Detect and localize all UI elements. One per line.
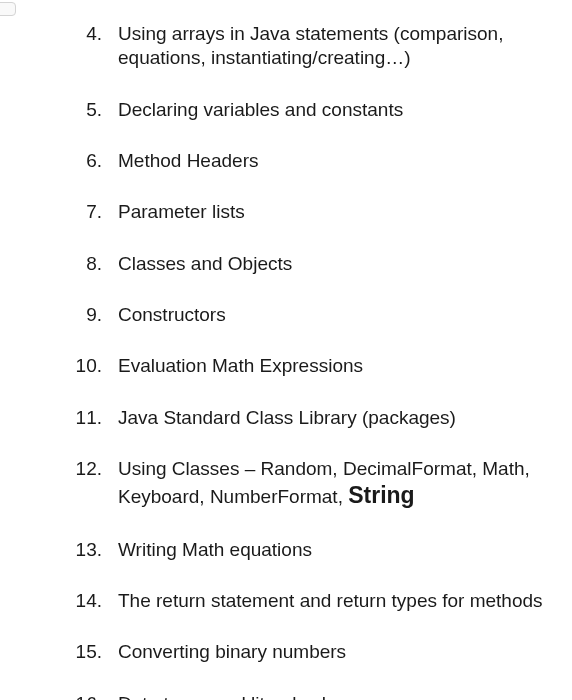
topic-text: Evaluation Math Expressions [118,355,363,376]
topic-list: Using arrays in Java statements (compari… [0,22,544,700]
topic-text: Java Standard Class Library (packages) [118,407,456,428]
topic-text: Method Headers [118,150,258,171]
topic-item: Using Classes – Random, DecimalFormat, M… [0,457,544,511]
topic-item: Classes and Objects [0,252,544,276]
topic-item: Constructors [0,303,544,327]
topic-item: Evaluation Math Expressions [0,354,544,378]
topic-item: Writing Math equations [0,538,544,562]
topic-text: Using arrays in Java statements (compari… [118,23,503,68]
topic-text: Classes and Objects [118,253,292,274]
topic-item: Converting binary numbers [0,640,544,664]
corner-decoration [0,2,16,16]
topic-item: Java Standard Class Library (packages) [0,406,544,430]
topic-text: Declaring variables and constants [118,99,403,120]
topic-item: Using arrays in Java statements (compari… [0,22,544,71]
topic-text: Parameter lists [118,201,245,222]
topic-text: Using Classes – Random, DecimalFormat, M… [118,458,530,507]
topic-text: Writing Math equations [118,539,312,560]
topic-item: Data types and literal values [0,692,544,701]
topic-item: Method Headers [0,149,544,173]
topic-item: Parameter lists [0,200,544,224]
topic-item: The return statement and return types fo… [0,589,544,613]
topic-text: Constructors [118,304,226,325]
topic-text: Converting binary numbers [118,641,346,662]
topic-text: Data types and literal values [118,693,357,701]
topic-item: Declaring variables and constants [0,98,544,122]
topic-text: The return statement and return types fo… [118,590,543,611]
